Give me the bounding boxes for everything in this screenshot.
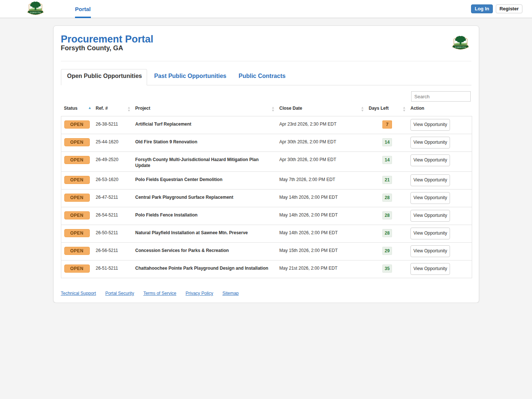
svg-text:FORSYTH: FORSYTH xyxy=(30,11,41,14)
svg-text:FORSYTH: FORSYTH xyxy=(455,46,466,48)
